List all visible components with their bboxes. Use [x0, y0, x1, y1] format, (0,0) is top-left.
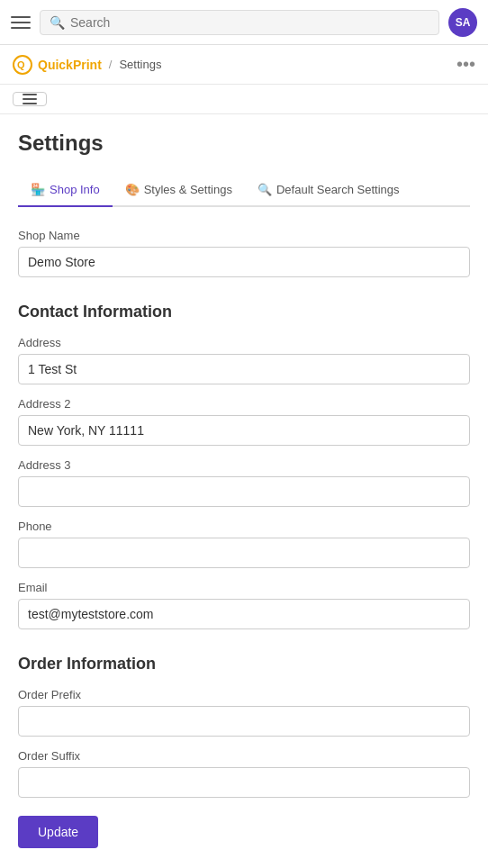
shop-name-section: Shop Name — [18, 229, 470, 277]
main-content: Settings 🏪 Shop Info 🎨 Styles & Settings… — [0, 114, 488, 868]
brand-logo-icon: Q — [13, 55, 32, 75]
address2-label: Address 2 — [18, 397, 470, 411]
contact-info-section: Contact Information Address Address 2 Ad… — [18, 303, 470, 629]
hamburger-icon[interactable] — [11, 13, 31, 32]
order-suffix-input[interactable] — [18, 767, 470, 798]
address-input[interactable] — [18, 354, 470, 384]
tab-default-search[interactable]: 🔍 Default Search Settings — [245, 174, 412, 207]
address2-field: Address 2 — [18, 397, 470, 446]
address-field: Address — [18, 336, 470, 384]
phone-label: Phone — [18, 520, 470, 533]
svg-text:Q: Q — [17, 59, 25, 70]
tab-search-label: Default Search Settings — [276, 183, 400, 196]
update-button[interactable]: Update — [18, 816, 98, 848]
shop-name-field: Shop Name — [18, 229, 470, 277]
email-label: Email — [18, 581, 470, 594]
breadcrumb-bar: Q QuickPrint / Settings ••• — [0, 45, 488, 85]
brand-logo[interactable]: Q QuickPrint — [13, 55, 102, 75]
search-icon: 🔍 — [50, 15, 65, 30]
order-prefix-field: Order Prefix — [18, 688, 470, 737]
tab-shop-info-icon: 🏪 — [31, 183, 45, 196]
address3-label: Address 3 — [18, 458, 470, 472]
tab-styles-icon: 🎨 — [125, 183, 140, 196]
tab-shop-info-label: Shop Info — [50, 183, 100, 196]
phone-input[interactable] — [18, 538, 470, 568]
avatar[interactable]: SA — [448, 8, 477, 37]
order-info-section: Order Information Order Prefix Order Suf… — [18, 655, 470, 848]
tabs: 🏪 Shop Info 🎨 Styles & Settings 🔍 Defaul… — [18, 174, 470, 207]
email-field: Email — [18, 581, 470, 629]
more-options-icon[interactable]: ••• — [456, 54, 475, 75]
breadcrumb-separator: / — [109, 58, 113, 71]
address3-input[interactable] — [18, 476, 470, 507]
tab-shop-info[interactable]: 🏪 Shop Info — [18, 174, 113, 207]
menu-button-bar — [0, 85, 488, 114]
breadcrumb-current: Settings — [119, 58, 161, 71]
contact-info-title: Contact Information — [18, 303, 470, 321]
address2-input[interactable] — [18, 415, 470, 446]
order-prefix-input[interactable] — [18, 706, 470, 737]
menu-lines-icon — [23, 98, 37, 100]
tab-search-icon: 🔍 — [258, 183, 272, 196]
address-label: Address — [18, 336, 470, 349]
order-suffix-label: Order Suffix — [18, 749, 470, 763]
order-info-title: Order Information — [18, 655, 470, 674]
menu-toggle-button[interactable] — [13, 92, 47, 106]
search-bar: 🔍 — [40, 10, 439, 35]
email-input[interactable] — [18, 599, 470, 629]
tab-styles-label: Styles & Settings — [144, 183, 232, 196]
address3-field: Address 3 — [18, 458, 470, 507]
order-suffix-field: Order Suffix — [18, 749, 470, 798]
top-nav: 🔍 SA — [0, 0, 488, 45]
shop-name-input[interactable] — [18, 247, 470, 277]
brand-name: QuickPrint — [38, 58, 102, 72]
shop-name-label: Shop Name — [18, 229, 470, 242]
order-prefix-label: Order Prefix — [18, 688, 470, 701]
phone-field: Phone — [18, 520, 470, 568]
search-input[interactable] — [70, 15, 429, 30]
tab-styles-settings[interactable]: 🎨 Styles & Settings — [113, 174, 245, 207]
page-title: Settings — [18, 131, 470, 156]
